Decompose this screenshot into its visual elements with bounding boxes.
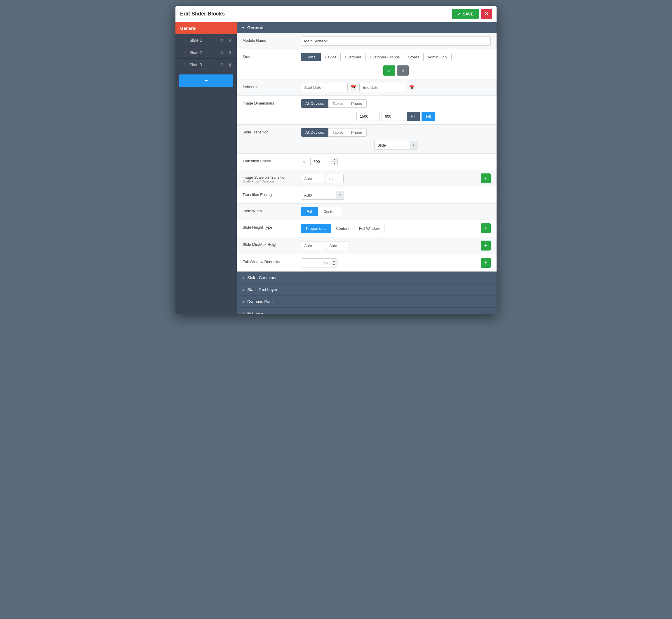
dim-height-input[interactable] [382,112,405,121]
delete-slide1-button[interactable]: 🗑 [227,37,233,43]
spinner-buttons: ▲ ▼ [331,158,338,165]
slide-minmax-control: + [301,240,491,251]
behavior-section[interactable]: ▶ Behavior [237,307,497,314]
slide-height-type-label: Slide Height Type [243,223,301,229]
save-button[interactable]: ✓ SAVE [452,9,479,19]
behavior-label: Behavior [247,311,263,314]
width-custom-button[interactable]: Custom [318,207,342,216]
start-date-input[interactable] [301,83,348,92]
transition-speed-control: ✕ ▲ ▼ [301,157,491,166]
tab-global[interactable]: Global [301,53,321,61]
content-area: ▼ General Module Name Status Global [237,22,497,314]
width-full-button[interactable]: Full [301,207,318,216]
drag-icon-2: ⋮⋮ [180,51,187,55]
behavior-header[interactable]: ▶ Behavior [237,308,497,314]
static-text-header[interactable]: ▶ Static Text Layer [237,284,497,295]
delete-slide2-button[interactable]: 🗑 [227,49,233,56]
header-buttons: ✓ SAVE ✕ [452,9,492,19]
tab-admin-only[interactable]: Admin Only [423,53,452,61]
end-calendar-icon: 📅 [409,85,415,90]
caret-icon-3: ▶ [243,300,245,304]
tab-phone-dims[interactable]: Phone [347,99,367,108]
status-enable-button[interactable]: ✓ [383,65,395,76]
transition-select-wrap: Slide Fade Zoom ▾ [374,141,418,150]
max-height-input[interactable] [326,241,350,250]
add-slide-button[interactable]: + [179,74,233,87]
sidebar-item-slide3[interactable]: ⋮⋮ Slide 3 ⧉ 🗑 [175,59,237,71]
image-scale-auto-input[interactable] [301,174,324,183]
schedule-label: Schedule [243,83,301,89]
tab-device[interactable]: Device [320,53,341,61]
clear-transition-speed-button[interactable]: ✕ [301,158,307,165]
sidebar-item-slide1[interactable]: ⋮⋮ Slide 1 ⧉ 🗑 [175,34,237,47]
slide-width-row: Slide Width Full Custom [237,204,497,220]
easing-select-wrap: Auto Linear Ease ▾ [301,191,344,200]
slide-minmax-label: Slide Min/Max Height [243,240,301,247]
dynamic-path-header[interactable]: ▶ Dynamic Path [237,296,497,307]
slider-container-header[interactable]: ▶ Slider Container [237,272,497,283]
transition-speed-spinner: ▲ ▼ [310,157,338,166]
schedule-inputs: 📅 📅 [301,83,415,92]
slide-height-type-row: Slide Height Type Proportional Content F… [237,220,497,237]
image-scale-ms-input[interactable] [326,174,344,183]
add-height-type-button[interactable]: + [481,223,491,233]
section-arrow-icon: ▼ [241,26,245,30]
add-minmax-button[interactable]: + [481,240,491,251]
spinner-down-button[interactable]: ▼ [331,162,338,165]
add-reduction-button[interactable]: + [481,258,491,268]
slide-transition-label: Slide Transition [243,128,301,134]
easing-select[interactable]: Auto Linear Ease [301,191,336,199]
sidebar: General ⋮⋮ Slide 1 ⧉ 🗑 ⋮⋮ Slide 2 ⧉ [175,22,237,314]
height-content-button[interactable]: Content [331,224,354,233]
dim-fill-button[interactable]: Fill [422,112,435,121]
height-proportional-button[interactable]: Proportional [301,224,331,233]
dynamic-path-section[interactable]: ▶ Dynamic Path [237,295,497,307]
sidebar-item-slide2[interactable]: ⋮⋮ Slide 2 ⧉ 🗑 [175,47,237,59]
tab-tablet-dims[interactable]: Tablet [328,99,347,108]
copy-slide3-button[interactable]: ⧉ [219,62,224,68]
image-dimensions-row: Image Dimensions All Devices Tablet Phon… [237,96,497,125]
select-arrow-icon: ▾ [409,141,417,149]
general-section-title: General [247,25,264,30]
min-height-input[interactable] [301,241,324,250]
slide3-left: ⋮⋮ Slide 3 [180,63,202,67]
delete-slide3-button[interactable]: 🗑 [227,62,233,68]
tab-customer-groups[interactable]: Customer Groups [366,53,404,61]
px-label: px [322,261,331,265]
status-disable-button[interactable]: ✕ [397,65,409,76]
tab-tablet-trans[interactable]: Tablet [328,128,347,137]
modal: Edit Slider Blocks ✓ SAVE ✕ General ⋮⋮ S… [175,6,497,314]
static-text-section[interactable]: ▶ Static Text Layer [237,283,497,295]
transition-select[interactable]: Slide Fade Zoom [375,141,409,149]
reduction-down-button[interactable]: ▼ [331,263,337,267]
tab-customer[interactable]: Customer [341,53,366,61]
slider-container-section[interactable]: ▶ Slider Container [237,272,497,283]
image-scale-row: Image Scale on Transition Scale From / D… [237,170,497,187]
copy-slide2-button[interactable]: ⧉ [219,49,224,56]
height-full-window-button[interactable]: Full Window [354,224,385,233]
copy-slide1-button[interactable]: ⧉ [219,37,224,43]
tab-all-devices-dims[interactable]: All Devices [301,99,328,108]
status-control: Global Device Customer Customer Groups S… [301,53,491,76]
dynamic-path-label: Dynamic Path [247,299,273,304]
transition-speed-label: Transition Speed [243,157,301,163]
tab-stores[interactable]: Stores [404,53,424,61]
dim-fit-button[interactable]: Fit [406,112,420,121]
image-scale-label: Image Scale on Transition Scale From / D… [243,174,301,183]
add-image-scale-button[interactable]: + [481,174,491,183]
slider-container-label: Slider Container [247,275,277,280]
close-modal-button[interactable]: ✕ [481,9,492,19]
reduction-up-button[interactable]: ▲ [331,259,337,263]
transition-speed-input[interactable] [311,157,331,166]
module-name-input[interactable] [301,37,491,46]
slide3-icons: ⧉ 🗑 [219,62,233,68]
spinner-up-button[interactable]: ▲ [331,158,338,162]
sidebar-general[interactable]: General [175,22,237,34]
height-type-buttons: Proportional Content Full Window [301,224,481,233]
end-date-input[interactable] [359,83,406,92]
tab-phone-trans[interactable]: Phone [347,128,367,137]
dim-width-input[interactable] [357,112,380,121]
slide-transition-row: Slide Transition All Devices Tablet Phon… [237,125,497,154]
reduction-input[interactable] [301,259,322,267]
tab-all-devices-trans[interactable]: All Devices [301,128,328,137]
